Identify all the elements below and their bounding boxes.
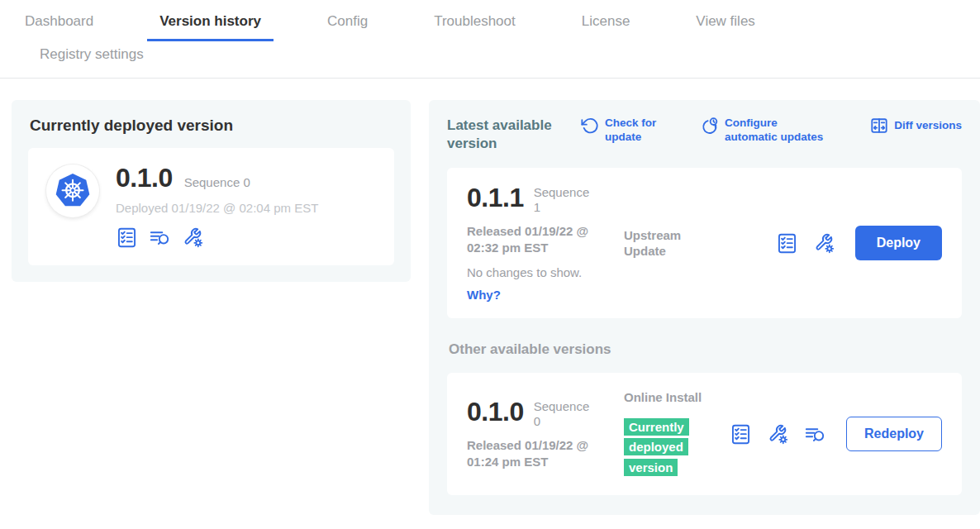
deploy-button[interactable]: Deploy — [855, 226, 942, 260]
edit-config-icon[interactable] — [182, 226, 204, 249]
released-timestamp: Released 01/19/22 @ 02:32 pm EST — [467, 223, 614, 255]
tab-view-files[interactable]: View files — [683, 3, 768, 41]
other-version-source: Online Install Currently deployed versio… — [624, 389, 730, 479]
refresh-icon — [581, 117, 599, 135]
other-version-card: 0.1.0 Sequence 0 Released 01/19/22 @ 01:… — [447, 373, 962, 495]
tab-config[interactable]: Config — [315, 3, 380, 41]
tab-dashboard[interactable]: Dashboard — [12, 3, 106, 41]
check-for-update-link[interactable]: Check for update — [581, 117, 671, 145]
nav-row-1: Dashboard Version history Config Trouble… — [0, 3, 980, 41]
released-timestamp: Released 01/19/22 @ 01:24 pm EST — [467, 437, 614, 469]
currently-deployed-title: Currently deployed version — [28, 117, 394, 135]
version-label: 0.1.0 — [116, 164, 173, 191]
deployed-timestamp: Deployed 01/19/22 @ 02:04 pm EST — [116, 201, 318, 215]
main-content: Currently deployed version 0. — [0, 79, 980, 515]
configure-automatic-updates-link[interactable]: Configure automatic updates — [701, 117, 827, 145]
latest-version-source: Upstream Update — [624, 227, 730, 260]
schedule-icon — [701, 117, 719, 135]
latest-available-title: Latest available version — [447, 117, 571, 153]
sequence-label: Sequence 0 — [184, 175, 250, 189]
check-for-update-label: Check for update — [605, 117, 671, 145]
source-label: Online Install — [624, 389, 702, 406]
tab-license[interactable]: License — [569, 3, 643, 41]
version-label: 0.1.0 — [467, 398, 524, 425]
why-link[interactable]: Why? — [467, 288, 624, 302]
latest-available-panel: Latest available version Check for updat… — [429, 100, 980, 515]
kubernetes-logo — [46, 164, 99, 217]
other-available-versions-heading: Other available versions — [449, 341, 962, 358]
view-diff-icon[interactable] — [804, 423, 826, 446]
tab-troubleshoot[interactable]: Troubleshoot — [421, 3, 528, 41]
preflight-checks-icon[interactable] — [730, 423, 752, 446]
diff-icon — [870, 117, 888, 135]
diff-versions-link[interactable]: Diff versions — [870, 117, 962, 135]
top-navigation: Dashboard Version history Config Trouble… — [0, 0, 980, 79]
diff-versions-label: Diff versions — [894, 119, 962, 133]
latest-version-card: 0.1.1 Sequence 1 Released 01/19/22 @ 02:… — [447, 168, 962, 318]
no-changes-text: No changes to show. — [467, 265, 624, 279]
latest-version-actions: Deploy — [776, 226, 942, 260]
sequence-label: Sequence 0 — [534, 399, 593, 429]
currently-deployed-badge-wrap: Currently deployed version — [624, 417, 693, 479]
edit-config-icon[interactable] — [767, 423, 789, 446]
sequence-label: Sequence 1 — [534, 185, 593, 215]
version-label: 0.1.1 — [467, 184, 524, 211]
configure-automatic-updates-label: Configure automatic updates — [725, 117, 827, 145]
tab-registry-settings[interactable]: Registry settings — [27, 41, 156, 78]
currently-deployed-badge: Currently deployed version — [624, 418, 689, 477]
latest-version-details: 0.1.1 Sequence 1 Released 01/19/22 @ 02:… — [467, 184, 624, 302]
preflight-checks-icon[interactable] — [116, 226, 138, 249]
tab-version-history[interactable]: Version history — [147, 3, 274, 41]
other-version-details: 0.1.0 Sequence 0 Released 01/19/22 @ 01:… — [467, 398, 624, 469]
deployed-version-card: 0.1.0 Sequence 0 Deployed 01/19/22 @ 02:… — [28, 148, 394, 265]
redeploy-button[interactable]: Redeploy — [846, 417, 942, 451]
edit-config-icon[interactable] — [813, 232, 835, 255]
view-diff-icon[interactable] — [149, 226, 171, 249]
preflight-checks-icon[interactable] — [776, 232, 798, 255]
currently-deployed-panel: Currently deployed version 0. — [12, 100, 411, 282]
latest-available-header: Latest available version Check for updat… — [447, 117, 962, 153]
source-label: Upstream Update — [624, 227, 702, 260]
other-version-actions: Redeploy — [730, 417, 942, 451]
deployed-version-details: 0.1.0 Sequence 0 Deployed 01/19/22 @ 02:… — [116, 164, 318, 249]
nav-row-2: Registry settings — [0, 41, 980, 78]
